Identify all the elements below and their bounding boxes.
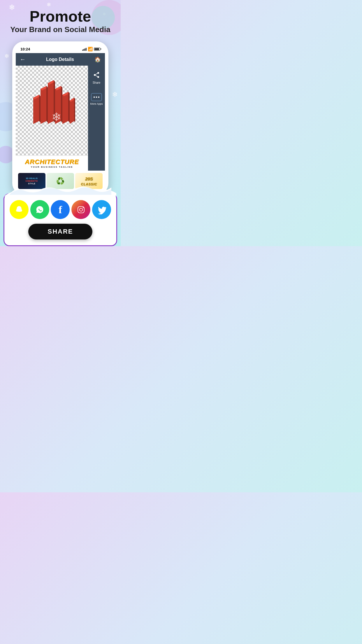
svg-point-29 (82, 207, 83, 208)
more-apps-icon (91, 93, 102, 101)
svg-line-23 (96, 74, 98, 75)
signal-bars-icon (82, 47, 87, 51)
svg-point-28 (80, 208, 82, 211)
svg-point-25 (96, 97, 97, 98)
page-title: Promote (10, 9, 110, 24)
social-icons-row: f (9, 200, 112, 219)
template-classic[interactable]: 20SCLASSIC (75, 173, 103, 189)
svg-marker-17 (74, 98, 75, 122)
page-header: Promote Your Brand on Social Media (4, 0, 116, 38)
page-subtitle: Your Brand on Social Media (10, 25, 110, 34)
svg-point-21 (97, 76, 99, 78)
phone-screen: 10:24 📶 (16, 45, 105, 191)
snapchat-button[interactable] (10, 200, 29, 219)
svg-point-20 (94, 74, 96, 76)
svg-marker-12 (62, 92, 68, 124)
svg-marker-2 (39, 95, 41, 123)
battery-icon (94, 48, 100, 51)
app-content: ❄ ARCHITECTURE YOUR BUSINESS TAGLINE (16, 66, 105, 171)
logo-text-area: ARCHITECTURE YOUR BUSINESS TAGLINE (16, 156, 88, 171)
svg-marker-0 (33, 95, 39, 124)
status-bar: 10:24 📶 (16, 45, 105, 53)
logo-preview: ❄ (24, 74, 83, 139)
phone-mockup: 10:24 📶 (11, 38, 110, 195)
app-header: ← Logo Details 🏠 (16, 53, 105, 66)
facebook-button[interactable]: f (51, 200, 70, 219)
svg-marker-14 (68, 92, 70, 123)
svg-line-22 (96, 76, 98, 77)
svg-text:❄: ❄ (52, 111, 61, 123)
instagram-button[interactable] (71, 200, 90, 219)
twitter-button[interactable] (92, 200, 111, 219)
svg-point-26 (98, 97, 100, 98)
share-label: Share (93, 81, 101, 84)
app-header-title: Logo Details (46, 57, 74, 62)
right-sidebar: Share More Apps (88, 66, 105, 171)
share-panel: f SHARE (3, 193, 117, 246)
templates-row: 3D REALISCINEMATICSTYLE ♻️ 20SCLASSIC (16, 171, 105, 191)
svg-marker-3 (41, 86, 46, 124)
svg-marker-5 (46, 86, 48, 123)
whatsapp-button[interactable] (30, 200, 49, 219)
share-button[interactable]: SHARE (28, 224, 92, 239)
canvas-area: ❄ ARCHITECTURE YOUR BUSINESS TAGLINE (16, 66, 88, 171)
status-time: 10:24 (20, 47, 30, 51)
phone-body: 10:24 📶 (12, 41, 108, 195)
svg-marker-15 (70, 98, 74, 124)
template-cinematic[interactable]: 3D REALISCINEMATICSTYLE (18, 173, 45, 189)
back-button[interactable]: ← (20, 56, 26, 63)
more-apps-label: More Apps (90, 102, 103, 106)
template-green[interactable]: ♻️ (47, 173, 74, 189)
home-button[interactable]: 🏠 (94, 56, 101, 63)
more-apps-sidebar-button[interactable]: More Apps (90, 93, 103, 106)
svg-point-19 (97, 72, 99, 74)
logo-sub-text: YOUR BUSINESS TAGLINE (18, 166, 86, 168)
svg-point-24 (94, 97, 95, 98)
share-sidebar-button[interactable]: Share (93, 71, 101, 84)
logo-main-text: ARCHITECTURE (18, 158, 86, 166)
status-icons: 📶 (82, 47, 100, 51)
wifi-icon: 📶 (88, 47, 93, 51)
share-icon (93, 71, 100, 80)
